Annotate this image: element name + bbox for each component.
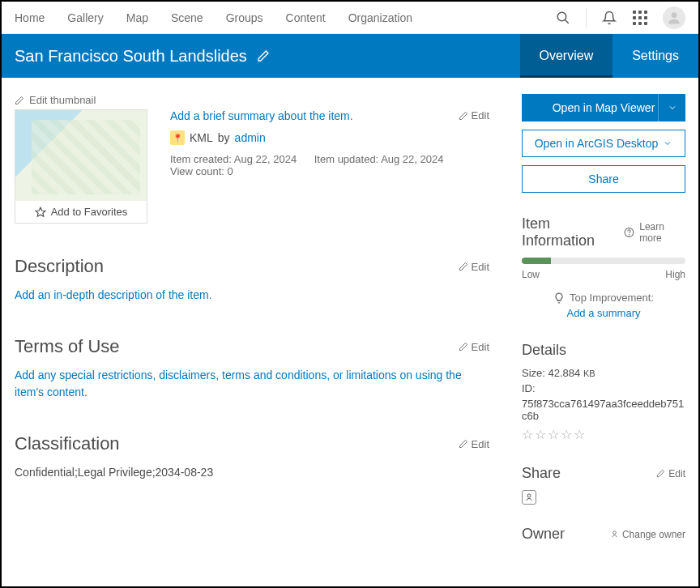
terms-section: Terms of Use Edit Add any special restri… [15,336,489,401]
item-info-title: Item Information [522,215,619,249]
help-icon[interactable] [624,227,634,238]
edit-title-icon[interactable] [257,49,270,62]
size-line: Size: 42.884 KB [522,367,685,379]
item-information-section: Item Information Learn more Low High Top… [522,215,685,319]
star-icon[interactable]: ☆ [561,427,572,442]
nav-gallery[interactable]: Gallery [67,11,103,24]
svg-point-7 [613,531,617,535]
meta-column: Add a brief summary about the item. Edit… [170,109,489,224]
tab-settings[interactable]: Settings [612,34,698,78]
high-label: High [665,269,685,280]
sidebar: Open in Map Viewer Open in ArcGIS Deskto… [522,94,698,585]
terms-heading: Terms of Use [15,336,120,357]
item-type-line: 📍 KML by admin [170,130,489,145]
nav-content[interactable]: Content [286,11,326,24]
details-title: Details [522,342,566,359]
kml-icon: 📍 [170,130,185,145]
divider [586,8,587,28]
description-heading: Description [15,256,104,277]
meta-dates: Item created: Aug 22, 2024 Item updated:… [170,153,489,177]
thumbnail-row: Add to Favorites Add a brief summary abo… [15,109,489,224]
thumbnail-image[interactable] [15,110,147,201]
nav-map[interactable]: Map [126,11,148,24]
bell-icon[interactable] [601,10,617,26]
open-arcgis-desktop-button[interactable]: Open in ArcGIS Desktop [522,130,685,157]
nav-groups[interactable]: Groups [226,11,263,24]
edit-summary[interactable]: Edit [459,109,489,121]
lightbulb-icon [553,292,565,304]
svg-line-1 [565,19,569,23]
low-label: Low [522,269,540,280]
star-icon[interactable]: ☆ [535,427,546,442]
add-summary-link[interactable]: Add a brief summary about the item. [170,109,353,122]
thumbnail-box: Add to Favorites [15,109,147,224]
owner-link[interactable]: admin [235,131,266,144]
rating-stars[interactable]: ☆ ☆ ☆ ☆ ☆ [522,427,685,442]
svg-marker-3 [36,207,45,216]
description-section: Description Edit Add an in-depth descrip… [15,256,489,304]
view-count: View count: 0 [170,165,489,177]
edit-share[interactable]: Edit [656,468,685,479]
created-date: Item created: Aug 22, 2024 [170,153,297,165]
search-icon[interactable] [555,10,571,26]
apps-icon[interactable] [632,10,648,26]
avatar[interactable] [663,6,685,29]
star-icon[interactable]: ☆ [548,427,559,442]
details-section: Details Size: 42.884 KB ID: 75f873cca761… [522,342,685,442]
add-to-favorites[interactable]: Add to Favorites [15,201,147,223]
nav-scene[interactable]: Scene [171,11,203,24]
share-button[interactable]: Share [522,165,685,193]
tab-overview[interactable]: Overview [520,34,613,78]
edit-thumbnail-link[interactable]: Edit thumbnail [15,94,489,106]
nav-organization[interactable]: Organization [348,11,412,24]
edit-terms[interactable]: Edit [459,341,489,353]
page-title: San Francisco South Landslides [15,47,247,66]
classification-heading: Classification [15,433,120,454]
learn-more-link[interactable]: Learn more [639,221,685,244]
change-owner[interactable]: Change owner [610,529,685,540]
edit-classification[interactable]: Edit [459,438,489,450]
lock-icon [522,490,536,505]
top-improvement: Top Improvement: Add a summary [522,292,685,319]
id-label: ID: [522,382,685,394]
svg-point-0 [557,12,566,21]
star-icon[interactable]: ☆ [522,427,533,442]
content-column: Edit thumbnail Add to Favorites Add a br… [15,94,522,585]
share-section: Share Edit [522,465,685,505]
by-label: by [218,131,230,144]
header-tabs: Overview Settings [520,34,699,78]
svg-point-2 [672,12,677,18]
edit-thumbnail-label: Edit thumbnail [29,94,96,106]
classification-value: Confidential;Legal Privilege;2034-08-23 [15,464,489,481]
svg-point-5 [629,234,630,235]
classification-section: Classification Edit Confidential;Legal P… [15,433,489,481]
add-summary-suggestion[interactable]: Add a summary [522,307,685,319]
nav-home[interactable]: Home [15,11,45,24]
add-description-link[interactable]: Add an in-depth description of the item. [15,287,489,304]
edit-description[interactable]: Edit [459,261,489,273]
completeness-bar [522,258,685,264]
add-terms-link[interactable]: Add any special restrictions, disclaimer… [15,367,489,401]
owner-title: Owner [522,526,565,543]
item-header: San Francisco South Landslides Overview … [2,34,698,78]
chevron-down-icon[interactable] [658,94,685,121]
top-nav: Home Gallery Map Scene Groups Content Or… [2,2,698,34]
open-map-viewer-button[interactable]: Open in Map Viewer [522,94,685,121]
chevron-down-icon [663,138,672,148]
owner-section: Owner Change owner [522,526,685,543]
share-title: Share [522,465,561,482]
id-value: 75f873cca761497aa3fceeddeb751c6b [522,398,685,422]
svg-point-6 [527,494,531,497]
main: Edit thumbnail Add to Favorites Add a br… [2,78,698,585]
nav-links: Home Gallery Map Scene Groups Content Or… [15,11,412,24]
add-favorites-label: Add to Favorites [51,206,128,218]
updated-date: Item updated: Aug 22, 2024 [314,153,444,165]
item-type: KML [190,131,213,144]
star-icon[interactable]: ☆ [574,427,585,442]
nav-right [555,6,685,29]
completeness-fill [522,258,551,264]
